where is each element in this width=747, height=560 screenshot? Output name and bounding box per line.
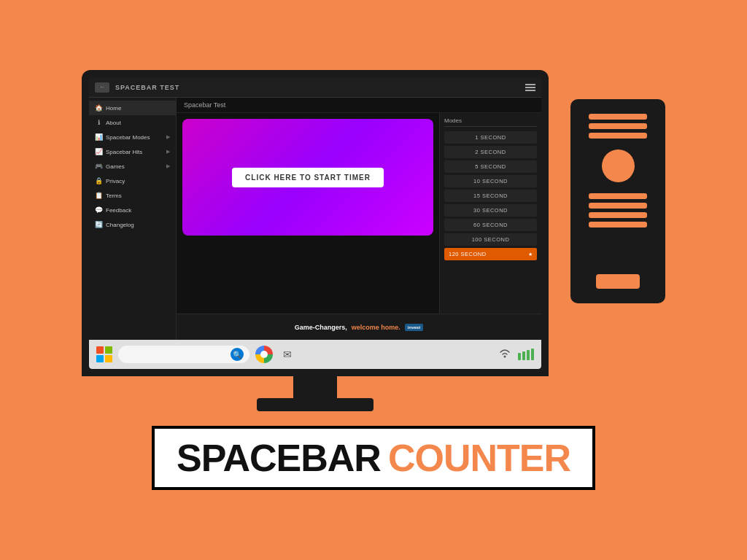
home-icon: 🏠	[95, 104, 102, 112]
app-title: SPACEBAR TEST	[115, 84, 179, 91]
monitor-stand	[293, 376, 337, 398]
sidebar-item-feedback[interactable]: 💬 Feedback	[89, 203, 176, 217]
timer-section: CLICK HERE TO START TIMER	[177, 113, 439, 314]
mail-icon[interactable]: ✉	[279, 346, 296, 363]
modes-panel: Modes 1 SECOND 2 SECOND 5 SECOND 10 SECO…	[439, 113, 541, 314]
ad-logo: invest	[405, 324, 423, 331]
tower-bottom-lines	[589, 193, 647, 228]
svg-point-0	[504, 356, 506, 358]
star-icon: ★	[528, 252, 533, 257]
tower-line-4	[589, 193, 647, 199]
hamburger-icon[interactable]	[525, 84, 535, 91]
bottom-title: SPACEBAR COUNTER	[152, 426, 595, 490]
monitor: ← SPACEBAR TEST 🏠 Home	[82, 70, 549, 376]
chrome-inner	[260, 351, 268, 358]
mode-5s[interactable]: 5 SECOND	[444, 160, 537, 173]
chrome-browser-icon	[255, 346, 273, 363]
tower-top-lines	[589, 114, 647, 139]
tower-line-5	[589, 203, 647, 209]
start-timer-button[interactable]: CLICK HERE TO START TIMER	[232, 168, 384, 187]
about-icon: ℹ	[95, 119, 102, 126]
wifi-icon	[498, 347, 512, 362]
chevron-right-icon: ▶	[166, 134, 170, 140]
monitor-base	[257, 398, 374, 411]
tower-line-2	[589, 123, 647, 129]
back-button[interactable]: ←	[95, 82, 109, 93]
sidebar-item-terms[interactable]: 📋 Terms	[89, 188, 176, 203]
games-icon: 🎮	[95, 163, 102, 170]
tower-disc-drive	[602, 149, 635, 182]
monitor-wrapper: ← SPACEBAR TEST 🏠 Home	[82, 70, 549, 411]
taskbar: 🔍 ✉	[89, 340, 541, 369]
sidebar-item-modes[interactable]: 📊 Spacebar Modes ▶	[89, 130, 176, 144]
mode-10s[interactable]: 10 SECOND	[444, 175, 537, 187]
modes-icon: 📊	[95, 133, 102, 141]
privacy-icon: 🔒	[95, 177, 102, 184]
title-part1: SPACEBAR	[177, 436, 381, 480]
tower-line-1	[589, 114, 647, 120]
app-titlebar: ← SPACEBAR TEST	[89, 77, 541, 98]
sidebar-item-about[interactable]: ℹ About	[89, 115, 176, 130]
sidebar-item-changelog[interactable]: 🔄 Changelog	[89, 217, 176, 232]
sidebar-item-games[interactable]: 🎮 Games ▶	[89, 159, 176, 174]
search-button[interactable]: 🔍	[231, 348, 244, 361]
search-icon: 🔍	[233, 351, 241, 359]
tower-line-7	[589, 222, 647, 228]
timer-box[interactable]: CLICK HERE TO START TIMER	[182, 119, 433, 236]
feedback-icon: 💬	[95, 206, 102, 214]
tower-pc	[570, 99, 665, 303]
content-header: Spacebar Test	[177, 98, 541, 113]
sidebar: 🏠 Home ℹ About 📊 Spacebar Modes ▶	[89, 98, 177, 340]
mode-1s[interactable]: 1 SECOND	[444, 131, 537, 144]
screen: ← SPACEBAR TEST 🏠 Home	[89, 77, 541, 369]
windows-logo-icon[interactable]	[96, 346, 112, 362]
ad-banner: Game-Changers, welcome home. invest	[177, 314, 541, 340]
changelog-icon: 🔄	[95, 221, 102, 228]
title-part2: COUNTER	[388, 436, 570, 480]
app-body: 🏠 Home ℹ About 📊 Spacebar Modes ▶	[89, 98, 541, 340]
search-bar[interactable]: 🔍	[118, 346, 249, 363]
mode-15s[interactable]: 15 SECOND	[444, 190, 537, 202]
tower-usb-slot	[596, 274, 640, 289]
tower-line-3	[589, 133, 647, 139]
chevron-right-icon3: ▶	[166, 163, 170, 169]
sidebar-item-hits[interactable]: 📈 Spacebar Hits ▶	[89, 144, 176, 159]
taskbar-right	[498, 347, 534, 362]
hits-icon: 📈	[95, 148, 102, 155]
modes-title: Modes	[444, 117, 537, 127]
mode-30s[interactable]: 30 SECOND	[444, 204, 537, 217]
terms-icon: 📋	[95, 192, 102, 199]
sidebar-item-home[interactable]: 🏠 Home	[89, 101, 176, 115]
mode-60s[interactable]: 60 SECOND	[444, 219, 537, 231]
chrome-icon[interactable]	[255, 346, 273, 363]
sidebar-item-privacy[interactable]: 🔒 Privacy	[89, 174, 176, 188]
battery-icon	[518, 349, 534, 360]
mode-100s[interactable]: 100 SECOND	[444, 233, 537, 246]
chevron-right-icon2: ▶	[166, 149, 170, 155]
mode-120s[interactable]: 120 SECOND ★	[444, 248, 537, 260]
scene: ← SPACEBAR TEST 🏠 Home	[82, 70, 665, 411]
content-area: CLICK HERE TO START TIMER Modes 1 SECOND…	[177, 113, 541, 314]
mode-2s[interactable]: 2 SECOND	[444, 146, 537, 158]
ad-text-bold: Game-Changers,	[295, 324, 347, 331]
ad-text-orange: welcome home.	[352, 324, 400, 331]
tower-line-6	[589, 212, 647, 218]
main-content: Spacebar Test CLICK HERE TO START TIMER …	[177, 98, 541, 340]
